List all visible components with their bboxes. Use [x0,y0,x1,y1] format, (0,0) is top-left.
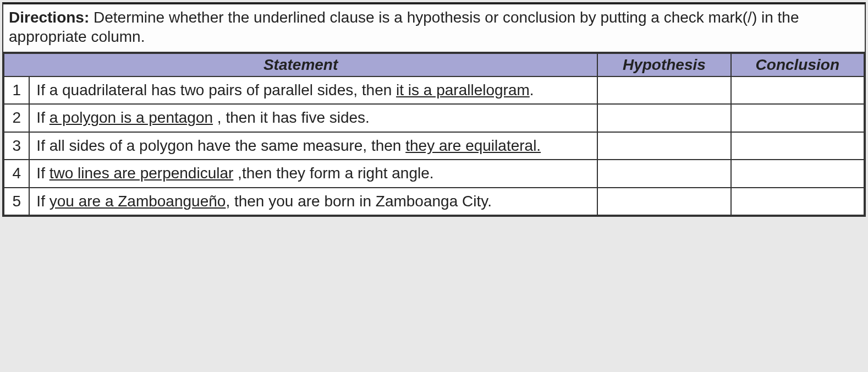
statement-post: , then you are born in Zamboanga City. [226,193,492,210]
statement-underlined: it is a parallelogram [396,81,530,99]
statement-pre: If all sides of a polygon have the same … [36,137,405,154]
directions-label: Directions: [9,9,89,26]
statement-pre: If [36,165,49,182]
statement-post: , then it has five sides. [213,109,370,126]
statement-post: . [530,81,534,99]
hypothesis-cell[interactable] [597,104,730,132]
worksheet-table: Statement Hypothesis Conclusion 1 If a q… [3,53,865,216]
table-row: 4 If two lines are perpendicular ,then t… [4,160,864,187]
table-row: 2 If a polygon is a pentagon , then it h… [4,104,864,132]
conclusion-cell[interactable] [731,160,864,187]
statement-post: ,then they form a right angle. [233,165,433,182]
table-row: 3 If all sides of a polygon have the sam… [4,132,864,160]
table-header-row: Statement Hypothesis Conclusion [4,53,864,76]
conclusion-cell[interactable] [731,104,864,132]
row-number: 2 [4,104,29,132]
hypothesis-cell[interactable] [597,160,730,187]
row-number: 5 [4,188,29,215]
statement-cell: If a polygon is a pentagon , then it has… [29,104,597,132]
statement-pre: If [36,109,49,126]
statement-pre: If [36,193,49,210]
statement-cell: If all sides of a polygon have the same … [29,132,597,160]
header-statement: Statement [4,53,597,76]
table-row: 1 If a quadrilateral has two pairs of pa… [4,76,864,104]
hypothesis-cell[interactable] [597,188,730,215]
statement-cell: If two lines are perpendicular ,then the… [29,160,597,187]
table-row: 5 If you are a Zamboangueño, then you ar… [4,188,864,215]
statement-underlined: two lines are perpendicular [50,165,234,182]
conclusion-cell[interactable] [731,76,864,104]
header-conclusion: Conclusion [731,53,864,76]
hypothesis-cell[interactable] [597,76,730,104]
header-hypothesis: Hypothesis [597,53,730,76]
statement-underlined: they are equilateral. [405,137,541,154]
statement-cell: If a quadrilateral has two pairs of para… [29,76,597,104]
row-number: 4 [4,160,29,187]
conclusion-cell[interactable] [731,132,864,160]
statement-pre: If a quadrilateral has two pairs of para… [36,81,396,99]
statement-cell: If you are a Zamboangueño, then you are … [29,188,597,215]
row-number: 1 [4,76,29,104]
directions-block: Directions: Determine whether the underl… [3,4,865,53]
conclusion-cell[interactable] [731,188,864,215]
hypothesis-cell[interactable] [597,132,730,160]
statement-underlined: you are a Zamboangueño [50,193,226,210]
worksheet-container: Directions: Determine whether the underl… [2,2,866,217]
statement-underlined: a polygon is a pentagon [50,109,213,126]
directions-text: Determine whether the underlined clause … [9,9,799,45]
row-number: 3 [4,132,29,160]
